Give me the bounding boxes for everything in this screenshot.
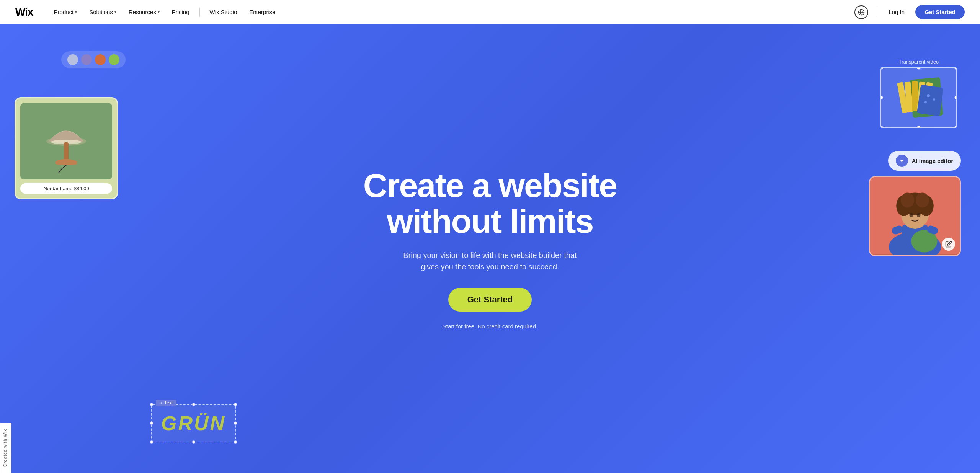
transparent-video-illustration (892, 75, 946, 121)
edit-icon-badge[interactable] (942, 238, 955, 251)
ai-editor-label: AI image editor (912, 158, 953, 164)
video-handle-bl (880, 126, 883, 128)
selection-handle-mr (234, 422, 237, 425)
transparent-video-card: Transparent video (880, 59, 957, 128)
hero-free-text: Start for free. No credit card required. (443, 323, 537, 329)
selection-handle-br (234, 440, 237, 444)
get-started-nav-button[interactable]: Get Started (915, 5, 965, 19)
hero-get-started-button[interactable]: Get Started (448, 288, 532, 312)
video-handle-tm (917, 67, 921, 70)
ai-editor-pill: ✦ AI image editor (888, 151, 961, 171)
color-swatches (61, 51, 126, 68)
gruen-text: GRÜN (161, 412, 226, 435)
video-handle-tl (880, 67, 883, 70)
swatch-3 (95, 54, 106, 65)
selection-handle-tr (234, 403, 237, 406)
nav-item-wix-studio[interactable]: Wix Studio (204, 6, 243, 18)
nav-item-pricing[interactable]: Pricing (167, 6, 195, 18)
svg-point-14 (933, 98, 935, 101)
svg-point-23 (901, 193, 914, 208)
photo-card (869, 176, 961, 256)
svg-rect-12 (917, 85, 944, 116)
video-handle-br (954, 126, 957, 128)
video-handle-bm (917, 126, 921, 128)
transparent-video-box (880, 67, 957, 128)
product-label: Nordar Lamp $84.00 (20, 183, 112, 194)
nav-links: Product ▾ Solutions ▾ Resources ▾ Pricin… (49, 6, 855, 18)
ai-icon: ✦ (896, 155, 908, 167)
text-element: Text GRÜN (151, 404, 236, 442)
lamp-illustration (41, 109, 91, 174)
svg-point-26 (917, 213, 921, 217)
hero-headline: Create a website without limits (363, 168, 617, 239)
selection-handle-tm (192, 403, 195, 406)
svg-rect-9 (912, 81, 918, 111)
video-handle-mr (954, 96, 957, 99)
nav-divider (199, 8, 200, 17)
swatch-2 (81, 54, 92, 65)
product-card: Nordar Lamp $84.00 (15, 97, 118, 199)
navbar: Wix Product ▾ Solutions ▾ Resources ▾ Pr… (0, 0, 980, 24)
selection-handle-bm (192, 440, 195, 444)
svg-point-13 (927, 94, 930, 97)
ai-editor-section: ✦ AI image editor (869, 151, 961, 256)
swatch-1 (67, 54, 78, 65)
nav-right: Log In Get Started (854, 5, 965, 19)
selection-handle-ml (150, 422, 153, 425)
selection-handle-tl (150, 403, 153, 406)
hero-subtext: Bring your vision to life with the websi… (363, 250, 617, 272)
swatch-4 (109, 54, 119, 65)
product-card-image (20, 103, 112, 179)
svg-point-25 (909, 213, 913, 217)
created-with-wix-badge[interactable]: Created with Wix (0, 423, 11, 473)
nav-item-resources[interactable]: Resources ▾ (123, 6, 165, 18)
chevron-down-icon: ▾ (75, 10, 77, 14)
chevron-down-icon: ▾ (158, 10, 160, 14)
language-selector-button[interactable] (854, 5, 868, 19)
nav-item-solutions[interactable]: Solutions ▾ (84, 6, 122, 18)
hero-section: Nordar Lamp $84.00 Text GRÜN Transparent… (0, 24, 980, 473)
chevron-down-icon: ▾ (114, 10, 116, 14)
transparent-video-label: Transparent video (880, 59, 957, 65)
svg-point-24 (916, 193, 929, 208)
login-button[interactable]: Log In (884, 6, 909, 18)
text-element-label: Text (156, 400, 176, 406)
nav-item-enterprise[interactable]: Enterprise (244, 6, 281, 18)
nav-item-product[interactable]: Product ▾ (49, 6, 83, 18)
selection-handle-bl (150, 440, 153, 444)
nav-divider-2 (876, 8, 876, 17)
svg-point-15 (924, 101, 927, 103)
wix-logo[interactable]: Wix (15, 6, 33, 18)
svg-rect-5 (56, 161, 77, 165)
video-handle-tr (954, 67, 957, 70)
video-handle-ml (880, 96, 883, 99)
hero-content: Create a website without limits Bring yo… (348, 168, 632, 329)
svg-rect-3 (64, 142, 69, 161)
